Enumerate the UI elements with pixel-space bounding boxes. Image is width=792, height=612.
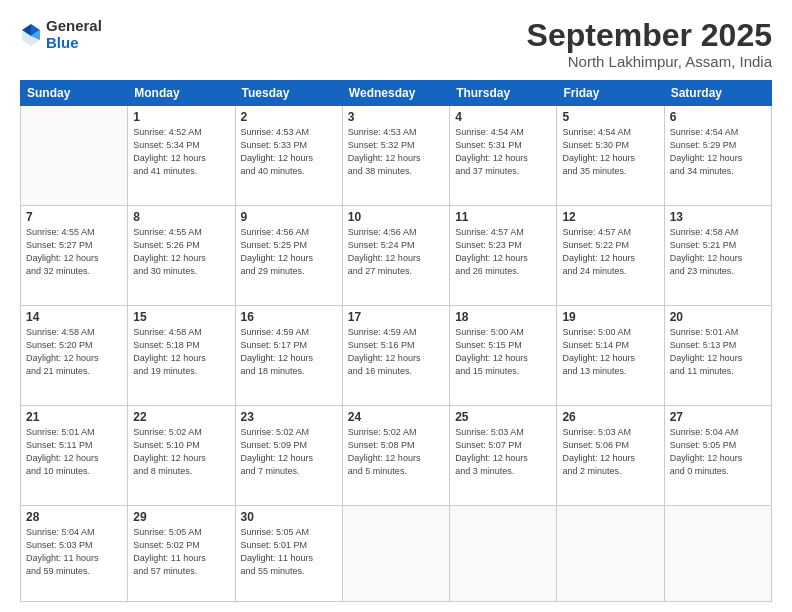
day-number: 22 <box>133 410 229 424</box>
header: General Blue September 2025 North Lakhim… <box>20 18 772 70</box>
calendar-row-3: 14Sunrise: 4:58 AMSunset: 5:20 PMDayligh… <box>21 305 772 405</box>
calendar-cell: 16Sunrise: 4:59 AMSunset: 5:17 PMDayligh… <box>235 305 342 405</box>
day-info: Sunrise: 4:53 AMSunset: 5:33 PMDaylight:… <box>241 126 337 178</box>
calendar-cell: 11Sunrise: 4:57 AMSunset: 5:23 PMDayligh… <box>450 206 557 306</box>
calendar-cell: 7Sunrise: 4:55 AMSunset: 5:27 PMDaylight… <box>21 206 128 306</box>
calendar-cell: 20Sunrise: 5:01 AMSunset: 5:13 PMDayligh… <box>664 305 771 405</box>
calendar-cell: 29Sunrise: 5:05 AMSunset: 5:02 PMDayligh… <box>128 505 235 601</box>
day-number: 2 <box>241 110 337 124</box>
calendar-cell: 23Sunrise: 5:02 AMSunset: 5:09 PMDayligh… <box>235 405 342 505</box>
calendar-cell: 12Sunrise: 4:57 AMSunset: 5:22 PMDayligh… <box>557 206 664 306</box>
day-number: 14 <box>26 310 122 324</box>
day-info: Sunrise: 4:54 AMSunset: 5:31 PMDaylight:… <box>455 126 551 178</box>
location-subtitle: North Lakhimpur, Assam, India <box>527 53 772 70</box>
col-header-sunday: Sunday <box>21 81 128 106</box>
col-header-saturday: Saturday <box>664 81 771 106</box>
calendar-cell: 2Sunrise: 4:53 AMSunset: 5:33 PMDaylight… <box>235 106 342 206</box>
day-number: 12 <box>562 210 658 224</box>
day-number: 11 <box>455 210 551 224</box>
page: General Blue September 2025 North Lakhim… <box>0 0 792 612</box>
day-info: Sunrise: 4:52 AMSunset: 5:34 PMDaylight:… <box>133 126 229 178</box>
day-info: Sunrise: 5:01 AMSunset: 5:11 PMDaylight:… <box>26 426 122 478</box>
calendar-cell: 25Sunrise: 5:03 AMSunset: 5:07 PMDayligh… <box>450 405 557 505</box>
calendar-row-5: 28Sunrise: 5:04 AMSunset: 5:03 PMDayligh… <box>21 505 772 601</box>
calendar-cell: 26Sunrise: 5:03 AMSunset: 5:06 PMDayligh… <box>557 405 664 505</box>
day-number: 30 <box>241 510 337 524</box>
day-info: Sunrise: 4:54 AMSunset: 5:30 PMDaylight:… <box>562 126 658 178</box>
logo-blue-text: Blue <box>46 35 102 52</box>
calendar-cell: 21Sunrise: 5:01 AMSunset: 5:11 PMDayligh… <box>21 405 128 505</box>
day-number: 19 <box>562 310 658 324</box>
calendar-cell <box>557 505 664 601</box>
logo-icon <box>20 22 42 48</box>
col-header-wednesday: Wednesday <box>342 81 449 106</box>
day-info: Sunrise: 4:58 AMSunset: 5:20 PMDaylight:… <box>26 326 122 378</box>
day-info: Sunrise: 5:05 AMSunset: 5:01 PMDaylight:… <box>241 526 337 578</box>
day-number: 25 <box>455 410 551 424</box>
day-info: Sunrise: 4:56 AMSunset: 5:24 PMDaylight:… <box>348 226 444 278</box>
calendar-header-row: SundayMondayTuesdayWednesdayThursdayFrid… <box>21 81 772 106</box>
calendar-cell: 18Sunrise: 5:00 AMSunset: 5:15 PMDayligh… <box>450 305 557 405</box>
day-info: Sunrise: 5:03 AMSunset: 5:07 PMDaylight:… <box>455 426 551 478</box>
calendar-cell: 4Sunrise: 4:54 AMSunset: 5:31 PMDaylight… <box>450 106 557 206</box>
calendar-cell <box>21 106 128 206</box>
calendar-cell: 30Sunrise: 5:05 AMSunset: 5:01 PMDayligh… <box>235 505 342 601</box>
day-info: Sunrise: 5:01 AMSunset: 5:13 PMDaylight:… <box>670 326 766 378</box>
day-number: 15 <box>133 310 229 324</box>
day-number: 1 <box>133 110 229 124</box>
calendar-cell: 13Sunrise: 4:58 AMSunset: 5:21 PMDayligh… <box>664 206 771 306</box>
calendar-cell: 14Sunrise: 4:58 AMSunset: 5:20 PMDayligh… <box>21 305 128 405</box>
day-info: Sunrise: 4:53 AMSunset: 5:32 PMDaylight:… <box>348 126 444 178</box>
calendar-row-2: 7Sunrise: 4:55 AMSunset: 5:27 PMDaylight… <box>21 206 772 306</box>
day-info: Sunrise: 4:55 AMSunset: 5:26 PMDaylight:… <box>133 226 229 278</box>
calendar-cell: 28Sunrise: 5:04 AMSunset: 5:03 PMDayligh… <box>21 505 128 601</box>
logo-text: General Blue <box>46 18 102 51</box>
calendar-row-4: 21Sunrise: 5:01 AMSunset: 5:11 PMDayligh… <box>21 405 772 505</box>
calendar-cell: 8Sunrise: 4:55 AMSunset: 5:26 PMDaylight… <box>128 206 235 306</box>
col-header-monday: Monday <box>128 81 235 106</box>
day-info: Sunrise: 5:05 AMSunset: 5:02 PMDaylight:… <box>133 526 229 578</box>
day-info: Sunrise: 5:02 AMSunset: 5:08 PMDaylight:… <box>348 426 444 478</box>
day-info: Sunrise: 5:04 AMSunset: 5:05 PMDaylight:… <box>670 426 766 478</box>
day-info: Sunrise: 4:59 AMSunset: 5:16 PMDaylight:… <box>348 326 444 378</box>
calendar-cell <box>450 505 557 601</box>
day-info: Sunrise: 5:00 AMSunset: 5:14 PMDaylight:… <box>562 326 658 378</box>
day-number: 27 <box>670 410 766 424</box>
day-info: Sunrise: 4:58 AMSunset: 5:18 PMDaylight:… <box>133 326 229 378</box>
day-info: Sunrise: 5:00 AMSunset: 5:15 PMDaylight:… <box>455 326 551 378</box>
day-number: 6 <box>670 110 766 124</box>
day-info: Sunrise: 4:59 AMSunset: 5:17 PMDaylight:… <box>241 326 337 378</box>
calendar-cell: 17Sunrise: 4:59 AMSunset: 5:16 PMDayligh… <box>342 305 449 405</box>
day-info: Sunrise: 4:57 AMSunset: 5:23 PMDaylight:… <box>455 226 551 278</box>
day-number: 18 <box>455 310 551 324</box>
day-number: 16 <box>241 310 337 324</box>
day-number: 26 <box>562 410 658 424</box>
calendar-cell: 9Sunrise: 4:56 AMSunset: 5:25 PMDaylight… <box>235 206 342 306</box>
day-info: Sunrise: 5:04 AMSunset: 5:03 PMDaylight:… <box>26 526 122 578</box>
col-header-tuesday: Tuesday <box>235 81 342 106</box>
logo-general-text: General <box>46 18 102 35</box>
day-number: 7 <box>26 210 122 224</box>
day-number: 10 <box>348 210 444 224</box>
day-number: 9 <box>241 210 337 224</box>
day-number: 13 <box>670 210 766 224</box>
day-info: Sunrise: 4:54 AMSunset: 5:29 PMDaylight:… <box>670 126 766 178</box>
col-header-friday: Friday <box>557 81 664 106</box>
col-header-thursday: Thursday <box>450 81 557 106</box>
calendar-cell: 27Sunrise: 5:04 AMSunset: 5:05 PMDayligh… <box>664 405 771 505</box>
day-info: Sunrise: 4:55 AMSunset: 5:27 PMDaylight:… <box>26 226 122 278</box>
calendar-cell: 24Sunrise: 5:02 AMSunset: 5:08 PMDayligh… <box>342 405 449 505</box>
calendar-cell: 10Sunrise: 4:56 AMSunset: 5:24 PMDayligh… <box>342 206 449 306</box>
calendar-cell: 1Sunrise: 4:52 AMSunset: 5:34 PMDaylight… <box>128 106 235 206</box>
title-block: September 2025 North Lakhimpur, Assam, I… <box>527 18 772 70</box>
calendar-row-1: 1Sunrise: 4:52 AMSunset: 5:34 PMDaylight… <box>21 106 772 206</box>
day-number: 28 <box>26 510 122 524</box>
day-info: Sunrise: 4:57 AMSunset: 5:22 PMDaylight:… <box>562 226 658 278</box>
day-info: Sunrise: 4:56 AMSunset: 5:25 PMDaylight:… <box>241 226 337 278</box>
day-number: 8 <box>133 210 229 224</box>
day-number: 5 <box>562 110 658 124</box>
day-number: 4 <box>455 110 551 124</box>
day-number: 21 <box>26 410 122 424</box>
calendar-cell <box>342 505 449 601</box>
calendar-cell: 3Sunrise: 4:53 AMSunset: 5:32 PMDaylight… <box>342 106 449 206</box>
